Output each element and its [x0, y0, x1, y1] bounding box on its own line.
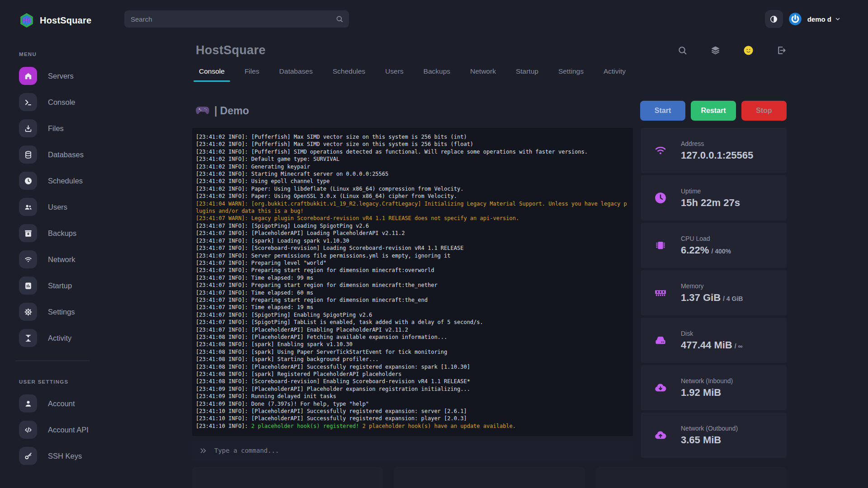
tab-activity[interactable]: Activity — [604, 67, 626, 82]
console-and-stats: [23:41:02 INFO]: [Pufferfish] Max SIMD v… — [192, 128, 787, 460]
svg-text:HS: HS — [22, 17, 31, 24]
console-line: [23:41:07 INFO]: Time elapsed: 19 ms — [196, 304, 629, 311]
sidebar-item-account[interactable]: Account — [19, 394, 127, 413]
content: HostSquare ConsoleFilesDatabasesSchedule… — [192, 38, 787, 488]
console-line: [23:41:02 INFO]: Paper: Using OpenSSL 3.… — [196, 192, 629, 200]
sidebar-item-label: Databases — [48, 150, 84, 159]
console-line: [23:41:02 INFO]: Starting Minecraft serv… — [196, 170, 629, 178]
stat-label: Disk — [681, 330, 743, 337]
console-line: [23:41:08 INFO]: [spark] Starting backgr… — [196, 356, 629, 363]
global-search — [124, 10, 349, 28]
users-icon — [19, 198, 37, 216]
stat-card-memory: Memory1.37 GiB/ 4 GiB — [641, 270, 787, 315]
stat-suffix: / ∞ — [735, 343, 743, 350]
console-line: [23:41:07 INFO]: Preparing level "world" — [196, 259, 629, 267]
sidebar-item-servers[interactable]: Servers — [19, 67, 127, 85]
tab-startup[interactable]: Startup — [516, 67, 538, 82]
stat-card-network-outbound: Network (Outbound)3.65 MiB — [641, 413, 787, 458]
tab-schedules[interactable]: Schedules — [333, 67, 365, 82]
sidebar-item-databases[interactable]: Databases — [19, 145, 127, 164]
command-bar — [192, 441, 633, 460]
tab-network[interactable]: Network — [470, 67, 496, 82]
console-line: [23:41:07 INFO]: Preparing start region … — [196, 282, 629, 289]
server-title: | Demo — [192, 105, 249, 117]
console-line: [23:41:07 INFO]: [Scoreboard-revision] L… — [196, 244, 629, 252]
sidebar-item-console[interactable]: Console — [19, 93, 127, 111]
sidebar-item-account-api[interactable]: Account API — [19, 421, 127, 439]
console-line: [23:41:07 INFO]: Preparing start region … — [196, 296, 629, 304]
gamepad-icon — [196, 106, 209, 116]
search-icon — [335, 15, 344, 23]
sidebar-item-schedules[interactable]: Schedules — [19, 172, 127, 190]
console-line: [23:41:07 INFO]: Preparing start region … — [196, 267, 629, 274]
sidebar-item-users[interactable]: Users — [19, 198, 127, 216]
sidebar-item-files[interactable]: Files — [19, 119, 127, 137]
tab-settings[interactable]: Settings — [558, 67, 584, 82]
backup-icon — [19, 224, 37, 242]
stat-suffix: / 400% — [711, 248, 731, 255]
home-icon — [19, 67, 37, 85]
tab-backups[interactable]: Backups — [424, 67, 450, 82]
cloud-download-icon — [654, 381, 667, 394]
sidebar-item-backups[interactable]: Backups — [19, 224, 127, 242]
console-line: [23:41:07 INFO]: Time elapsed: 99 ms — [196, 274, 629, 282]
console-log[interactable]: [23:41:02 INFO]: [Pufferfish] Max SIMD v… — [192, 128, 633, 436]
sidebar-menu-label: MENU — [19, 52, 127, 57]
stat-label: Network (Inbound) — [681, 377, 733, 385]
database-icon — [19, 145, 37, 164]
console-line: [23:41:02 INFO]: [Pufferfish] SIMD opera… — [196, 148, 629, 155]
sidebar-item-label: Account — [48, 399, 75, 408]
console-line: [23:41:07 INFO]: Time elapsed: 60 ms — [196, 289, 629, 296]
tab-console[interactable]: Console — [199, 67, 225, 82]
user-menu[interactable]: demo d — [788, 12, 841, 26]
console-line: [23:41:07 INFO]: [SpigotPing] Enabling S… — [196, 311, 629, 319]
search-input[interactable] — [124, 10, 349, 28]
command-input[interactable] — [213, 446, 626, 455]
console-line: [23:41:02 INFO]: Paper: Using libdeflate… — [196, 185, 629, 192]
restart-button[interactable]: Restart — [691, 101, 736, 121]
cloud-upload-icon — [654, 428, 667, 442]
header-action-logout[interactable] — [776, 45, 787, 56]
startup-icon — [19, 277, 37, 295]
sidebar-user-menu: AccountAccount APISSH Keys — [19, 394, 127, 465]
stat-card-address: Address127.0.0.1:25565 — [641, 128, 787, 173]
code-icon — [19, 421, 37, 439]
console-line: [23:41:07 INFO]: [SpigotPing] TabList is… — [196, 319, 629, 326]
layers-icon — [710, 45, 721, 56]
sidebar-item-ssh-keys[interactable]: SSH Keys — [19, 447, 127, 465]
stop-button[interactable]: Stop — [741, 101, 787, 121]
header-action-emoji-avatar[interactable] — [743, 45, 754, 56]
brand-logo-row[interactable]: HS HostSquare — [19, 13, 127, 28]
console-column: [23:41:02 INFO]: [Pufferfish] Max SIMD v… — [192, 128, 633, 460]
console-line: [23:41:07 INFO]: [SpigotPing] Loading Sp… — [196, 222, 629, 230]
server-name: | Demo — [214, 105, 249, 117]
page-title: HostSquare — [192, 43, 266, 57]
gear-icon — [19, 303, 37, 321]
header-action-search[interactable] — [677, 45, 688, 56]
graph-cards-row — [192, 467, 787, 488]
sidebar-item-network[interactable]: Network — [19, 250, 127, 268]
graph-card — [192, 467, 383, 488]
wifi-icon — [19, 250, 37, 268]
sidebar-item-startup[interactable]: Startup — [19, 277, 127, 295]
console-line: [23:41:07 INFO]: [PlaceholderAPI] Enabli… — [196, 326, 629, 333]
header-action-layers[interactable] — [710, 45, 721, 56]
stat-label: Address — [681, 140, 753, 147]
tab-files[interactable]: Files — [245, 67, 259, 82]
start-button[interactable]: Start — [640, 101, 685, 121]
console-line: [23:41:04 WARN]: [org.bukkit.craftbukkit… — [196, 200, 629, 215]
topbar-right: demo d — [765, 10, 841, 28]
sidebar-item-label: Servers — [48, 72, 74, 80]
stat-value: 15h 22m 27s — [681, 197, 740, 209]
logout-icon — [776, 45, 787, 56]
sidebar-item-label: Backups — [48, 229, 76, 238]
sidebar-item-activity[interactable]: Activity — [19, 329, 127, 347]
sidebar-item-settings[interactable]: Settings — [19, 303, 127, 321]
disk-icon — [654, 333, 667, 347]
tab-users[interactable]: Users — [385, 67, 403, 82]
main-area: demo d HostSquare ConsoleFilesDatabasesS… — [127, 0, 868, 488]
tab-databases[interactable]: Databases — [279, 67, 313, 82]
terminal-icon — [19, 93, 37, 111]
console-line: [23:41:02 INFO]: [Pufferfish] Max SIMD v… — [196, 133, 629, 141]
theme-toggle-button[interactable] — [765, 10, 783, 28]
